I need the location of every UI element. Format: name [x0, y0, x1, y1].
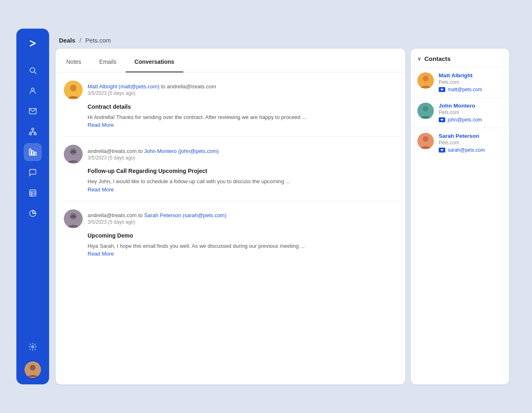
contact-company-john: Pets.com	[439, 110, 503, 115]
sidebar	[16, 29, 49, 384]
email-recipient-link-3[interactable]: Sarah Peterson (sarah@pets.com)	[144, 212, 226, 218]
sidebar-item-deals[interactable]	[24, 143, 42, 161]
email-item-3: andrella@treats.com to Sarah Peterson (s…	[61, 201, 400, 265]
contact-info-john: John Montero Pets.com john@pets.com	[439, 103, 503, 123]
email-icon-sarah	[439, 148, 445, 153]
contact-name-sarah[interactable]: Sarah Peterson	[439, 133, 503, 139]
contact-info-matt: Matt Albright Pets.com matt@pets.com	[439, 72, 503, 92]
svg-rect-11	[29, 149, 31, 155]
email-preview-2: Hey John, I would like to schedule a fol…	[88, 177, 397, 186]
email-avatar-1	[64, 81, 83, 99]
sidebar-logo[interactable]	[25, 35, 41, 52]
email-preview-1: Hi Andrella! Thanks for sending over the…	[88, 113, 397, 121]
sidebar-item-reports[interactable]	[24, 204, 42, 222]
tab-emails[interactable]: Emails	[90, 52, 126, 72]
contact-name-matt[interactable]: Matt Albright	[439, 72, 503, 79]
email-from-1: Matt Albright (matt@pets.com) to andrell…	[88, 83, 397, 90]
contact-company-sarah: Pets.com	[439, 140, 503, 146]
email-icon-john	[439, 117, 445, 122]
contacts-chevron-icon[interactable]: ∨	[417, 56, 421, 62]
svg-point-33	[423, 106, 428, 112]
email-avatar-2	[64, 145, 83, 164]
svg-point-25	[70, 85, 77, 91]
email-subject-1: Contract details	[88, 103, 397, 110]
tabs-bar: Notes Emails Conversations	[56, 52, 405, 72]
sidebar-item-org[interactable]	[24, 123, 42, 141]
contact-item-john: John Montero Pets.com john@pets.com	[411, 98, 509, 128]
email-panel: Notes Emails Conversations	[56, 49, 405, 384]
breadcrumb-parent[interactable]: Deals	[59, 37, 75, 44]
email-recipient-link-2[interactable]: John Montero (john@pets.com)	[144, 148, 219, 154]
svg-point-31	[423, 76, 428, 81]
email-subject-3: Upcoming Demo	[88, 232, 397, 239]
user-avatar[interactable]	[25, 361, 41, 378]
email-list: Matt Albright (matt@pets.com) to andrell…	[56, 72, 405, 385]
tab-notes[interactable]: Notes	[57, 52, 90, 72]
svg-point-2	[32, 88, 34, 91]
contacts-header: ∨ Contacts	[411, 49, 509, 67]
contact-avatar-matt	[417, 72, 434, 89]
contact-avatar-john	[417, 103, 434, 119]
read-more-3[interactable]: Read More	[88, 251, 397, 257]
breadcrumb: Deals / Pets.com	[56, 29, 509, 49]
contact-email-sarah: sarah@pets.com	[439, 147, 503, 153]
contact-avatar-sarah	[417, 133, 434, 149]
email-subject-2: Follow-up Call Regarding Upcoming Projec…	[88, 168, 397, 174]
email-date-3: 3/5/2023 (5 days ago)	[88, 219, 397, 225]
contact-item-sarah: Sarah Peterson Pets.com sarah@pets.com	[411, 128, 509, 158]
contact-email-address-sarah[interactable]: sarah@pets.com	[448, 147, 485, 153]
contact-item-matt: Matt Albright Pets.com matt@pets.com	[411, 67, 509, 98]
sidebar-item-settings[interactable]	[24, 338, 42, 356]
email-avatar-3	[64, 209, 83, 228]
svg-rect-14	[30, 190, 36, 196]
email-meta-1: Matt Albright (matt@pets.com) to andrell…	[88, 83, 397, 96]
contact-company-matt: Pets.com	[439, 79, 503, 85]
email-date-2: 3/5/2023 (5 days ago)	[88, 155, 397, 161]
svg-point-35	[423, 136, 428, 142]
svg-point-23	[30, 365, 36, 370]
sidebar-item-email[interactable]	[24, 102, 42, 120]
read-more-1[interactable]: Read More	[88, 122, 397, 128]
email-meta-2: andrella@treats.com to John Montero (joh…	[88, 148, 397, 161]
sidebar-item-contacts[interactable]	[24, 82, 42, 100]
email-sender-link-1[interactable]: Matt Albright (matt@pets.com)	[88, 83, 160, 90]
contact-email-address-matt[interactable]: matt@pets.com	[448, 87, 482, 92]
tab-conversations[interactable]: Conversations	[126, 52, 183, 72]
contact-email-matt: matt@pets.com	[439, 87, 503, 92]
contacts-title: Contacts	[424, 55, 451, 62]
contact-info-sarah: Sarah Peterson Pets.com sarah@pets.com	[439, 133, 503, 153]
svg-rect-13	[34, 152, 36, 155]
contact-email-john: john@pets.com	[439, 117, 503, 123]
email-preview-3: Hiya Sarah, I hope this email finds you …	[88, 242, 397, 250]
contacts-panel: ∨ Contacts Matt Albright Pets.com	[411, 49, 509, 384]
sidebar-item-table[interactable]	[24, 184, 42, 202]
contact-name-john[interactable]: John Montero	[439, 103, 503, 109]
sidebar-item-search[interactable]	[24, 61, 42, 79]
contact-email-address-john[interactable]: john@pets.com	[448, 117, 482, 123]
breadcrumb-separator: /	[79, 37, 81, 44]
email-item-1: Matt Albright (matt@pets.com) to andrell…	[61, 72, 400, 137]
email-icon-matt	[439, 87, 445, 92]
email-from-3: andrella@treats.com to Sarah Peterson (s…	[88, 212, 397, 218]
svg-point-21	[32, 346, 34, 348]
svg-rect-12	[32, 151, 34, 155]
email-from-2: andrella@treats.com to John Montero (joh…	[88, 148, 397, 154]
email-meta-3: andrella@treats.com to Sarah Peterson (s…	[88, 212, 397, 225]
breadcrumb-current: Pets.com	[86, 37, 111, 44]
sidebar-item-chat[interactable]	[24, 164, 42, 182]
email-date-1: 3/5/2023 (5 days ago)	[88, 90, 397, 96]
email-item-2: andrella@treats.com to John Montero (joh…	[61, 137, 400, 201]
main-content: Deals / Pets.com Notes Emails C	[49, 29, 516, 384]
read-more-2[interactable]: Read More	[88, 186, 397, 193]
svg-line-1	[34, 72, 36, 74]
